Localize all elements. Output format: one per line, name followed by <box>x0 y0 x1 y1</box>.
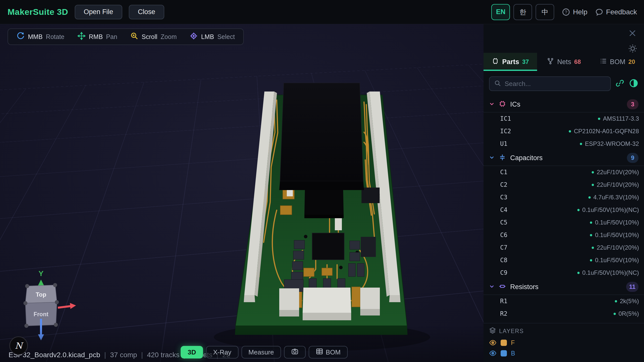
part-row-C1[interactable]: C122uF/10V(20%) <box>484 166 644 178</box>
section-count-badge: 9 <box>627 153 638 163</box>
hint-pan: RMBPan <box>77 32 117 41</box>
part-ref: R2 <box>500 310 614 317</box>
chevron-down-icon <box>489 155 495 161</box>
viewport-3d[interactable]: Y Top Front MMBRotate <box>0 24 484 362</box>
search-input[interactable] <box>505 80 606 88</box>
layer-visibility-eye-icon[interactable] <box>489 349 497 357</box>
tab-bom[interactable]: BOM 20 <box>590 53 644 71</box>
part-row-R3[interactable]: R30R(5%) <box>484 320 644 323</box>
view-mode-buttons: 3D X-Ray Measure BOM <box>181 346 348 358</box>
part-status-dot <box>577 272 580 274</box>
nav-cube[interactable]: Y Top Front <box>23 269 76 340</box>
compass-north-button[interactable]: N <box>9 336 28 355</box>
part-row-U1[interactable]: U1ESP32-WROOM-32 <box>484 138 644 150</box>
part-value: 0.1uF/50V(10%) <box>595 219 639 226</box>
part-row-C7[interactable]: C722uF/10V(20%) <box>484 241 644 254</box>
tab-parts[interactable]: Parts 37 <box>484 53 537 71</box>
layer-label: B <box>511 350 515 357</box>
layer-color-swatch[interactable] <box>501 350 507 356</box>
zoom-icon <box>130 32 138 41</box>
pcb-3d-scene[interactable]: Y Top Front <box>0 24 484 362</box>
part-row-C9[interactable]: C90.1uF/50V(10%)(NC) <box>484 266 644 279</box>
part-status-dot <box>590 259 592 261</box>
part-row-IC1[interactable]: IC1AMS1117-3.3 <box>484 112 644 125</box>
part-value: 0.1uF/50V(10%) <box>595 232 639 239</box>
part-row-IC2[interactable]: IC2CP2102N-A01-GQFN28 <box>484 125 644 138</box>
open-file-button[interactable]: Open File <box>75 5 122 19</box>
language-en-button[interactable]: EN <box>491 4 510 20</box>
list-icon <box>599 57 607 67</box>
nav-cube-top-label: Top <box>36 291 46 298</box>
part-status-dot <box>592 184 594 186</box>
svg-text:?: ? <box>565 10 567 15</box>
part-row-C8[interactable]: C80.1uF/50V(10%) <box>484 254 644 266</box>
layers-panel: LAYERS FB <box>484 323 644 362</box>
help-icon: ? <box>562 8 570 16</box>
part-status-dot <box>592 247 594 249</box>
measure-button[interactable]: Measure <box>242 346 281 358</box>
part-value: CP2102N-A01-GQFN28 <box>574 128 639 135</box>
layer-color-swatch[interactable] <box>501 340 507 346</box>
nav-cube-front-label: Front <box>34 311 49 318</box>
feedback-icon <box>595 8 603 16</box>
part-ref: IC1 <box>500 115 598 122</box>
link-sync-icon[interactable] <box>615 79 624 89</box>
language-ko-button[interactable]: 한 <box>513 4 532 20</box>
part-status-dot <box>614 313 616 315</box>
feedback-button[interactable]: Feedback <box>595 8 637 16</box>
part-row-C3[interactable]: C34.7uF/6.3V(10%) <box>484 191 644 204</box>
section-header-ics[interactable]: ICs3 <box>484 97 644 112</box>
part-status-dot <box>588 196 591 199</box>
part-ref: U1 <box>500 140 580 147</box>
left-push-button[interactable] <box>279 288 299 316</box>
part-value: 0R(5%) <box>619 310 639 317</box>
part-row-R2[interactable]: R20R(5%) <box>484 307 644 320</box>
close-panel-icon[interactable] <box>628 29 637 39</box>
chip-icon <box>492 57 499 67</box>
layer-row-F: F <box>489 337 638 348</box>
contrast-icon[interactable] <box>629 78 638 89</box>
view-3d-button[interactable]: 3D <box>181 346 203 358</box>
part-ref: C4 <box>500 206 577 213</box>
part-value: 0.1uF/50V(10%)(NC) <box>582 206 639 213</box>
usb-connector[interactable] <box>303 288 351 320</box>
section-title: Resistors <box>510 283 622 291</box>
part-row-C6[interactable]: C60.1uF/50V(10%) <box>484 229 644 241</box>
axis-x-arrow <box>70 303 76 309</box>
part-row-C4[interactable]: C40.1uF/50V(10%)(NC) <box>484 204 644 216</box>
bom-view-button[interactable]: BOM <box>309 346 348 358</box>
screenshot-button[interactable] <box>284 346 306 358</box>
part-status-dot <box>577 209 580 211</box>
pan-icon <box>77 32 86 41</box>
status-stat: 37 comp <box>110 351 137 359</box>
capacitor-icon <box>499 154 506 162</box>
part-ref: C6 <box>500 232 590 239</box>
layer-visibility-eye-icon[interactable] <box>489 339 497 346</box>
layers-icon <box>489 327 496 335</box>
help-button[interactable]: ? Help <box>562 8 587 16</box>
right-push-button[interactable] <box>360 288 380 315</box>
usb-serial-chip[interactable] <box>312 233 344 260</box>
part-value: 22uF/10V(20%) <box>597 169 639 176</box>
part-ref: R1 <box>500 298 615 305</box>
view-xray-button[interactable]: X-Ray <box>206 346 238 358</box>
part-row-R1[interactable]: R12k(5%) <box>484 295 644 307</box>
part-ref: IC2 <box>500 128 569 135</box>
top-bar: MakerSuite 3D Open File Close EN 한 中 ? H… <box>0 0 644 24</box>
side-panel: Parts 37 Nets 68 BOM 20 <box>484 24 644 362</box>
search-box[interactable] <box>489 76 611 91</box>
part-ref: C3 <box>500 194 588 201</box>
section-header-capacitors[interactable]: Capacitors9 <box>484 150 644 166</box>
nets-icon <box>547 57 554 67</box>
language-zh-button[interactable]: 中 <box>536 4 554 20</box>
section-title: ICs <box>510 101 623 108</box>
close-button[interactable]: Close <box>129 5 164 19</box>
part-status-dot <box>598 118 600 120</box>
hint-select: LMBSelect <box>190 32 235 41</box>
search-row <box>484 71 644 95</box>
section-header-resistors[interactable]: Resistors11 <box>484 279 644 295</box>
part-row-C5[interactable]: C50.1uF/50V(10%) <box>484 216 644 229</box>
tab-nets[interactable]: Nets 68 <box>537 53 591 71</box>
part-row-C2[interactable]: C222uF/10V(20%) <box>484 178 644 191</box>
hint-rotate: MMBRotate <box>17 32 64 41</box>
